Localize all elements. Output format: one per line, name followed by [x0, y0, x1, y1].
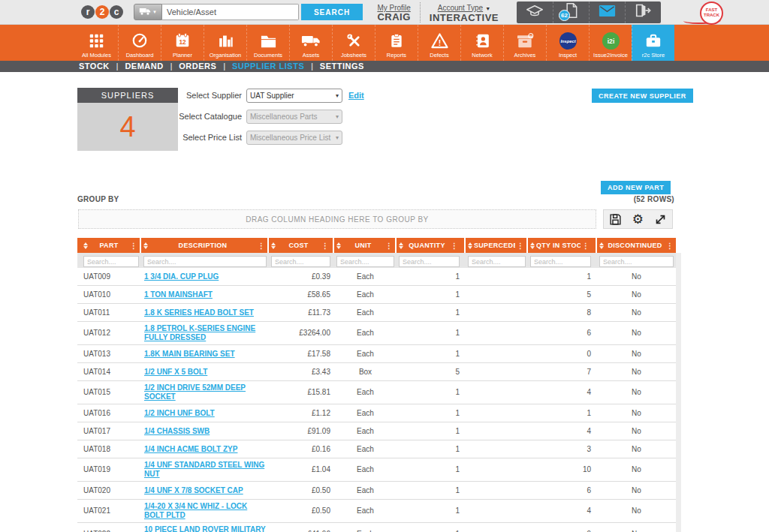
- select-price-list-dropdown: Miscellaneous Price List▾: [246, 131, 342, 145]
- cell-supercedes: [466, 488, 528, 493]
- sort-icon[interactable]: [530, 242, 535, 249]
- subnav-tab-orders[interactable]: ORDERS: [179, 61, 216, 72]
- module-issue2invoice[interactable]: i2iIssue2Invoice: [589, 25, 632, 61]
- subnav-tab-stock[interactable]: STOCK: [79, 61, 110, 72]
- module-organisation[interactable]: Organisation: [204, 25, 246, 61]
- settings-gear-icon[interactable]: ⚙: [632, 213, 644, 226]
- subnav-tab-settings[interactable]: SETTINGS: [320, 61, 364, 72]
- quantity-value: 1: [455, 445, 460, 453]
- module-all-modules[interactable]: All Modules: [75, 25, 118, 61]
- column-menu-icon[interactable]: ⋮: [385, 242, 393, 250]
- module-network[interactable]: Network: [460, 25, 503, 61]
- module-dashboard[interactable]: Dashboard: [118, 25, 161, 61]
- messages-button[interactable]: [589, 2, 625, 23]
- column-header-unit[interactable]: UNIT⋮: [334, 238, 397, 253]
- cell-description: 1/4-20 X 3/4 NC WHIZ - LOCK BOLT PLTD: [141, 500, 269, 522]
- cost-value: £17.58: [307, 350, 330, 358]
- part-description-link[interactable]: 1.8 K SERIES HEAD BOLT SET: [144, 308, 254, 317]
- column-menu-icon[interactable]: ⋮: [258, 242, 265, 250]
- column-menu-icon[interactable]: ⋮: [666, 242, 674, 250]
- sort-icon[interactable]: [143, 242, 148, 249]
- column-header-qty-in-stock[interactable]: QTY IN STOCK⋮: [528, 238, 597, 253]
- asset-type-dropdown[interactable]: ▼: [134, 4, 162, 20]
- cell-description: 1/4 UNF X 7/8 SOCKET CAP: [141, 484, 269, 497]
- module-jobsheets[interactable]: Jobsheets: [332, 25, 375, 61]
- save-layout-icon[interactable]: [609, 213, 622, 226]
- part-description-link[interactable]: 1/2 UNF X 5 BOLT: [144, 368, 207, 376]
- module-r2c-store[interactable]: r2c Store: [632, 25, 674, 61]
- part-description-link[interactable]: 1.8K MAIN BEARING SET: [144, 350, 235, 358]
- part-description-link[interactable]: 1/4 CHASSIS SWB: [144, 427, 210, 435]
- module-assets[interactable]: Assets: [289, 25, 332, 61]
- cell-cost: £58.65: [269, 288, 334, 302]
- search-description-input[interactable]: [143, 256, 267, 267]
- sort-icon[interactable]: [468, 242, 472, 249]
- column-menu-icon[interactable]: ⋮: [451, 242, 458, 250]
- part-description-link[interactable]: 1 TON MAINSHAFT: [144, 290, 213, 299]
- part-description-link[interactable]: 1 3/4 DIA. CUP PLUG: [144, 272, 219, 281]
- search-supercedes-input[interactable]: [468, 256, 526, 267]
- vehicle-asset-search-input[interactable]: [162, 4, 299, 20]
- module-defects[interactable]: !Defects: [418, 25, 460, 61]
- sort-icon[interactable]: [271, 242, 276, 249]
- module-archives[interactable]: Archives: [503, 25, 546, 61]
- column-header-supercedes[interactable]: SUPERCEDES⋮: [466, 238, 528, 253]
- subnav-tab-supplier-lists[interactable]: SUPPLIER LISTS: [232, 61, 304, 72]
- column-header-part[interactable]: PART⋮: [77, 238, 141, 253]
- qty-in-stock-value: 4: [587, 388, 591, 396]
- column-menu-icon[interactable]: ⋮: [130, 242, 137, 250]
- column-header-quantity[interactable]: QUANTITY⋮: [397, 238, 466, 253]
- grid-scrollbar-track[interactable]: [676, 253, 681, 532]
- subnav-tab-demand[interactable]: DEMAND: [125, 61, 163, 72]
- clipboard-icon: [389, 30, 404, 51]
- part-description-link[interactable]: 1/4 UNF STANDARD STEEL WING NUT: [144, 461, 264, 478]
- column-menu-icon[interactable]: ⋮: [517, 242, 524, 250]
- search-button[interactable]: SEARCH: [301, 4, 363, 20]
- part-description-link[interactable]: 1/4 INCH ACME BOLT ZYP: [144, 445, 237, 453]
- search-quantity-input[interactable]: [399, 256, 460, 267]
- sort-icon[interactable]: [599, 242, 604, 249]
- sort-icon[interactable]: [336, 242, 341, 249]
- search-unit-input[interactable]: [336, 256, 394, 267]
- module-inspect[interactable]: InspectInspect: [546, 25, 589, 61]
- logout-button[interactable]: [625, 2, 661, 23]
- archive-box-icon: [516, 30, 534, 51]
- sort-icon[interactable]: [399, 242, 403, 249]
- column-header-description[interactable]: DESCRIPTION⋮: [141, 238, 269, 253]
- search-qty-in-stock-input[interactable]: [530, 256, 591, 267]
- qty-in-stock-value: 10: [583, 465, 591, 473]
- add-new-part-button[interactable]: ADD NEW PART: [601, 181, 671, 194]
- column-menu-icon[interactable]: ⋮: [582, 242, 590, 250]
- column-menu-icon[interactable]: ⋮: [321, 242, 329, 250]
- part-description-link[interactable]: 1/2 INCH DRIVE 52MM DEEP SOCKET: [144, 383, 246, 401]
- module-documents[interactable]: Documents: [246, 25, 289, 61]
- module-planner[interactable]: 12Planner: [161, 25, 204, 61]
- sort-icon[interactable]: [83, 242, 88, 249]
- module-reports[interactable]: Reports: [375, 25, 418, 61]
- edit-supplier-link[interactable]: Edit: [348, 91, 364, 100]
- create-new-supplier-button[interactable]: CREATE NEW SUPPLIER: [592, 89, 693, 103]
- cost-value: £3.43: [312, 368, 330, 376]
- discontinued-value: No: [632, 388, 641, 396]
- notifications-button[interactable]: 62: [553, 2, 589, 23]
- search-discontinued-input[interactable]: [599, 256, 674, 267]
- search-part-input[interactable]: [83, 256, 139, 267]
- column-header-discontinued[interactable]: DISCONTINUED⋮: [597, 238, 676, 253]
- group-by-dropzone[interactable]: DRAG COLUMN HEADING HERE TO GROUP BY: [78, 209, 596, 229]
- expand-grid-icon[interactable]: [654, 213, 667, 226]
- cost-value: £0.50: [312, 506, 330, 515]
- part-description-link[interactable]: 1/2 INCH UNF BOLT: [144, 409, 215, 417]
- column-header-cost[interactable]: COST⋮: [269, 238, 334, 253]
- filter-cell: [269, 254, 334, 268]
- search-cost-input[interactable]: [271, 256, 330, 267]
- part-description-link[interactable]: 1/4 UNF X 7/8 SOCKET CAP: [144, 486, 243, 494]
- part-description-link[interactable]: 10 PIECE LAND ROVER MILITARY SET: [144, 525, 266, 532]
- account-type-link[interactable]: Account Type▼: [438, 4, 490, 12]
- training-button[interactable]: [517, 2, 553, 23]
- part-description-link[interactable]: 1/4-20 X 3/4 NC WHIZ - LOCK BOLT PLTD: [144, 502, 247, 519]
- table-row: UAT0121.8 PETROL K-SERIES ENGINE FULLY D…: [77, 322, 676, 345]
- table-row: UAT0151/2 INCH DRIVE 52MM DEEP SOCKET£15…: [77, 381, 676, 404]
- select-supplier-dropdown[interactable]: UAT Supplier▾: [246, 89, 342, 103]
- part-description-link[interactable]: 1.8 PETROL K-SERIES ENGINE FULLY DRESSED: [144, 324, 255, 341]
- cell-unit: Each: [334, 386, 397, 399]
